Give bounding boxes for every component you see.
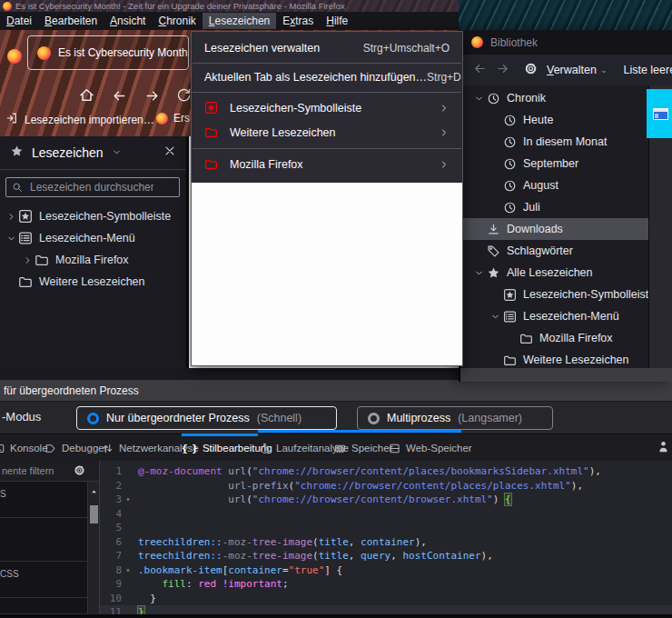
code-text: treechildren::-moz-tree-image(title, que… <box>134 550 493 562</box>
menubar-item-hilfe[interactable]: Hilfe <box>320 13 354 29</box>
tree-item[interactable]: Schlagwörter <box>460 240 648 262</box>
tree-item[interactable]: Downloads <box>460 218 648 240</box>
tree-item[interactable]: Lesezeichen-Menü <box>0 227 186 249</box>
code-line[interactable]: 3▾ url("chrome://browser/content/browser… <box>100 493 672 507</box>
gear-icon[interactable] <box>74 464 85 478</box>
folder-icon <box>18 274 33 289</box>
chevron-down-icon[interactable] <box>471 268 487 278</box>
menubar-item-lesezeichen[interactable]: Lesezeichen <box>203 13 276 29</box>
code-text: url("chrome://browser/content/browser.xh… <box>134 493 511 505</box>
tree-item[interactable]: Weitere Lesezeichen <box>460 349 648 368</box>
forward-icon[interactable] <box>496 62 509 78</box>
devtools-tab-web-speicher[interactable]: Web-Speicher <box>389 434 472 461</box>
tree-item[interactable]: Weitere Lesezeichen <box>0 271 186 293</box>
menubar-item-chronik[interactable]: Chronik <box>152 13 202 29</box>
cyan-window-fragment[interactable] <box>647 89 672 138</box>
code-line[interactable]: 10 } <box>100 592 672 606</box>
chevron-down-icon[interactable] <box>471 94 487 104</box>
code-line[interactable]: 5 <box>100 521 672 535</box>
tree-item[interactable]: In diesem Monat <box>460 131 648 153</box>
pinned-tab-firefox-icon[interactable] <box>7 49 22 64</box>
clock-icon <box>487 92 500 105</box>
stylesheet-filter[interactable]: nente filtern <box>0 461 99 482</box>
process-mode-option[interactable]: Multiprozess(Langsamer) <box>357 406 553 430</box>
tree-item[interactable]: Lesezeichen-Symbolleiste <box>0 205 186 227</box>
tree-item[interactable]: Alle Lesezeichen <box>460 262 648 284</box>
tree-item[interactable]: Chronik <box>460 87 648 109</box>
devtools-tab-konsole[interactable]: Konsole <box>0 434 48 461</box>
chevron-down-icon[interactable] <box>488 312 503 322</box>
scrollbar-thumb[interactable] <box>90 505 98 523</box>
chevron-down-icon[interactable] <box>112 145 122 161</box>
devtools-tab-debugger[interactable]: Debugger <box>44 434 108 461</box>
tree-item[interactable]: Mozilla Firefox <box>460 327 648 349</box>
stylesheet-list-item[interactable]: CSS <box>0 562 87 598</box>
active-tab[interactable]: Es ist Cybersecurity Month <box>27 35 189 70</box>
home-icon[interactable] <box>78 86 95 107</box>
close-icon[interactable] <box>163 145 176 161</box>
import-icon <box>5 112 18 127</box>
person-icon[interactable] <box>657 440 670 457</box>
tree-item[interactable]: Lesezeichen-Symbolleiste <box>460 284 648 305</box>
chevron-right-icon[interactable] <box>20 255 35 265</box>
chevron-right-icon[interactable] <box>4 212 18 222</box>
radio-icon[interactable] <box>368 413 380 424</box>
radio-icon[interactable] <box>87 413 99 424</box>
bookmarks-import-button[interactable]: Lesezeichen importieren… <box>5 112 154 127</box>
caret-up-icon[interactable] <box>89 484 99 501</box>
tree-item[interactable]: Lesezeichen-Menü <box>460 305 648 327</box>
tree-item[interactable]: August <box>460 174 648 196</box>
scrollbar[interactable] <box>87 482 99 614</box>
devtools-tab-speicher[interactable]: Speicher <box>334 434 392 461</box>
gear-icon[interactable] <box>524 62 538 78</box>
reload-icon[interactable] <box>176 87 192 106</box>
process-mode-option[interactable]: Nur übergeordneter Prozess(Schnell) <box>76 406 337 430</box>
menubar-item-ansicht[interactable]: Ansicht <box>104 13 152 29</box>
code-text: @-moz-document url("chrome://browser/con… <box>134 465 601 477</box>
chevron-right-icon <box>439 159 450 170</box>
fold-arrow-icon[interactable]: ▾ <box>122 566 134 574</box>
search-input[interactable] <box>28 180 155 194</box>
code-line[interactable]: 4 <box>100 507 672 522</box>
performance-icon <box>259 443 271 454</box>
code-line[interactable]: 11} <box>100 605 672 614</box>
bookmarks-menu-item[interactable]: Weitere Lesezeichen <box>192 120 462 145</box>
bookmarks-menu-item[interactable]: Lesezeichen-Symbolleiste <box>192 95 462 120</box>
menu-item-label: Lesezeichen verwalten <box>204 42 320 55</box>
code-line[interactable]: 7treechildren::-moz-tree-image(title, qu… <box>100 549 672 563</box>
code-line[interactable]: 9 fill: red !important; <box>100 577 672 592</box>
fold-arrow-icon[interactable]: ▾ <box>122 495 134 503</box>
tree-item[interactable]: Juli <box>460 196 648 218</box>
verwalten-menu-button[interactable]: Verwalten ⌄ <box>547 64 607 76</box>
stylesheet-list-item[interactable]: S <box>0 482 87 518</box>
menubar-item-extras[interactable]: Extras <box>276 13 320 29</box>
stylesheet-list-item[interactable] <box>0 518 87 562</box>
chevron-down-icon[interactable] <box>4 234 18 244</box>
tree-item[interactable]: September <box>460 153 648 174</box>
bookmarks-menu-item[interactable]: Aktuellen Tab als Lesezeichen hinzufügen… <box>192 66 462 88</box>
tree-item[interactable]: Mozilla Firefox <box>0 249 186 271</box>
code-line[interactable]: 6treechildren::-moz-tree-image(title, co… <box>100 535 672 550</box>
bookmarks-toolbar-item[interactable]: Ers <box>156 112 190 125</box>
bookmarks-menu-item[interactable]: Mozilla Firefox <box>192 152 462 176</box>
forward-icon[interactable] <box>144 88 160 107</box>
code-line[interactable]: 1@-moz-document url("chrome://browser/co… <box>100 464 672 479</box>
sidebar-search[interactable] <box>5 177 180 197</box>
bookmarks-menu-item[interactable]: Lesezeichen verwaltenStrg+Umschalt+O <box>192 37 462 59</box>
back-icon[interactable] <box>473 62 487 78</box>
tree-item[interactable]: Heute <box>460 109 648 131</box>
liste-leeren-button[interactable]: Liste leeren <box>623 64 672 76</box>
menubar-item-datei[interactable]: Datei <box>0 13 38 29</box>
code-text: url-prefix("chrome://browser/content/pla… <box>134 480 583 492</box>
stylesheet-list-item[interactable] <box>0 598 87 614</box>
sidebar-title[interactable]: Lesezeichen <box>32 145 104 160</box>
code-line[interactable]: 8▾.bookmark-item[container="true"] { <box>100 563 672 578</box>
code-line[interactable]: 2 url-prefix("chrome://browser/content/p… <box>100 479 672 493</box>
chevron-down-icon <box>112 147 122 157</box>
back-icon[interactable] <box>112 88 127 107</box>
menubar-item-bearbeiten[interactable]: Bearbeiten <box>38 13 104 29</box>
chevron-right-icon <box>439 103 450 114</box>
tree-item-label: Heute <box>523 114 553 126</box>
css-code-editor[interactable]: 1@-moz-document url("chrome://browser/co… <box>100 461 672 614</box>
tree-item-label: Alle Lesezeichen <box>507 266 593 279</box>
